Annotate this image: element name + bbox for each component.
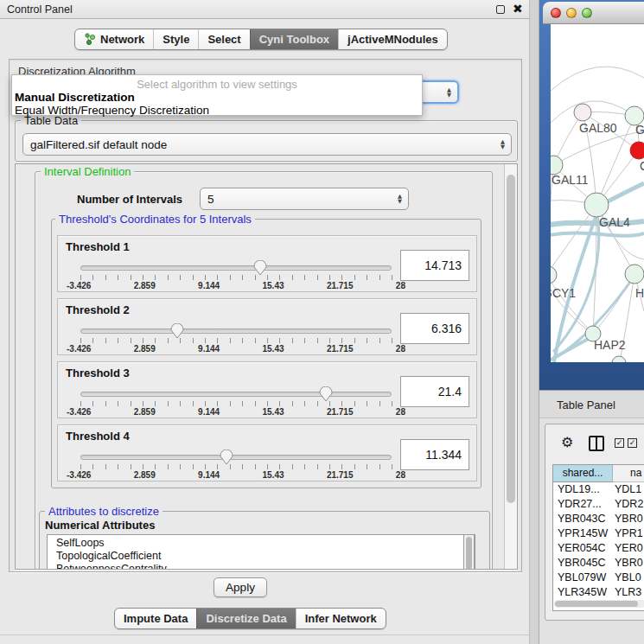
network-canvas[interactable]: GAL80 GA C GAL11 GAL4 GCY1 H HAP2 [551, 24, 644, 362]
threshold-label: Threshold 3 [66, 367, 130, 379]
attribute-item[interactable]: SelfLoops [56, 537, 475, 550]
threshold-slider[interactable] [80, 328, 392, 334]
threshold-value-field[interactable]: 14.713 [400, 250, 469, 281]
threshold-slider[interactable] [80, 455, 392, 460]
tick-label: 2.859 [134, 407, 156, 417]
slider-thumb[interactable] [253, 260, 267, 276]
apply-button[interactable]: Apply [214, 577, 267, 597]
columns-icon[interactable] [589, 436, 604, 451]
column-header-shared-name[interactable]: shared... [553, 465, 613, 482]
close-traffic-icon[interactable] [551, 8, 561, 18]
gear-icon[interactable]: ⚙ [561, 434, 573, 450]
table-body: YDL19...YDL1YDR27...YDR2YBR043CYBR0YPR14… [553, 482, 644, 603]
close-icon[interactable]: ✖ [513, 2, 523, 16]
checkbox-icon[interactable]: ✓ [615, 438, 624, 448]
cell-name[interactable]: YBR0 [613, 556, 644, 571]
cell-name[interactable]: YBR0 [613, 512, 644, 526]
attributes-group-label: Attributes to discretize [45, 505, 163, 518]
cell-name[interactable]: YPR1 [613, 526, 644, 541]
minimize-traffic-icon[interactable] [566, 8, 577, 18]
network-node [551, 156, 563, 175]
table-row[interactable]: YPR145WYPR1 [553, 526, 644, 541]
table-data-selected-value: galFiltered.sif default node [30, 138, 167, 151]
cell-name[interactable]: YBL0 [613, 571, 644, 585]
column-header-name[interactable]: na [613, 465, 644, 482]
tick-label: 15.43 [263, 407, 284, 417]
cell-shared-name[interactable]: YPR145W [553, 526, 613, 541]
tick-label: 2.859 [134, 344, 156, 354]
table-row[interactable]: YER054CYER0 [553, 541, 644, 556]
threshold-label: Threshold 1 [66, 240, 130, 253]
spinner-arrows-icon: ▲▼ [398, 194, 408, 204]
cell-shared-name[interactable]: YBL079W [553, 571, 613, 585]
attributes-list-scrollbar[interactable] [463, 534, 475, 570]
table-row[interactable]: YBR045CYBR0 [553, 556, 644, 571]
network-desktop: GAL80 GA C GAL11 GAL4 GCY1 H HAP2 [539, 0, 644, 390]
dropdown-option-manual[interactable]: Manual Discretization [15, 91, 135, 104]
table-row[interactable]: YDR27...YDR2 [553, 497, 644, 512]
cell-shared-name[interactable]: YLR345W [553, 585, 613, 600]
thresholds-group-label: Threshold's Coordinates for 5 Intervals [55, 213, 255, 226]
scrollbar-thumb[interactable] [555, 601, 638, 607]
table-header-row: shared... na [553, 465, 644, 482]
tick-label: 2.859 [134, 281, 156, 290]
table-row[interactable]: YBL079WYBL0 [553, 571, 644, 585]
cell-name[interactable]: YDL1 [613, 482, 644, 497]
tab-network[interactable]: Network [75, 29, 153, 49]
slider-thumb[interactable] [220, 450, 233, 465]
dropdown-option-equal-width[interactable]: Equal Width/Frequency Discretization [15, 104, 209, 117]
cell-shared-name[interactable]: YBR043C [553, 512, 613, 526]
threshold-slider[interactable] [80, 265, 392, 271]
threshold-value-field[interactable]: 6.316 [400, 313, 469, 344]
panel-splitter[interactable] [529, 0, 539, 644]
threshold-3-panel: Threshold 3 -3.4262.8599.14415.4321.7152… [57, 361, 477, 418]
cell-shared-name[interactable]: YDL19... [553, 482, 613, 497]
cell-name[interactable]: YLR3 [613, 585, 644, 600]
scrollbar-thumb[interactable] [507, 175, 515, 503]
tick-label: -3.426 [67, 407, 91, 417]
tab-jactivemnodules[interactable]: jActiveMNodules [338, 29, 447, 49]
tab-infer-network[interactable]: Infer Network [296, 609, 386, 628]
tab-impute-data[interactable]: Impute Data [115, 609, 196, 628]
cell-name[interactable]: YDR2 [613, 497, 644, 512]
tick-label: 2.859 [134, 470, 156, 480]
checkbox-icon[interactable]: ✓ [628, 438, 637, 448]
threshold-value-field[interactable]: 21.4 [400, 376, 469, 407]
threshold-slider[interactable] [80, 392, 392, 397]
right-region: GAL80 GA C GAL11 GAL4 GCY1 H HAP2 Table … [539, 0, 644, 644]
network-node-label: GAL11 [552, 173, 589, 187]
tab-cyni-toolbox[interactable]: Cyni Toolbox [250, 29, 338, 49]
tick-label: 28 [396, 344, 405, 354]
scrollbar-thumb[interactable] [466, 537, 472, 570]
table-panel: ⚙ ✓ ✓ shared... na YDL19...YDL1YDR27...Y… [545, 424, 644, 621]
cell-shared-name[interactable]: YBR045C [553, 556, 613, 571]
number-of-intervals-label: Number of Intervals [77, 193, 182, 206]
table-row[interactable]: YDL19...YDL1 [553, 482, 644, 497]
numerical-attributes-list[interactable]: SelfLoopsTopologicalCoefficientBetweenne… [47, 534, 475, 570]
attribute-item[interactable]: TopologicalCoefficient [56, 550, 475, 563]
table-row[interactable]: YBR043CYBR0 [553, 512, 644, 526]
network-window-titlebar[interactable] [543, 2, 644, 24]
cell-shared-name[interactable]: YDR27... [553, 497, 613, 512]
tab-style[interactable]: Style [153, 29, 198, 49]
table-data-combobox[interactable]: galFiltered.sif default node ▲▼ [22, 133, 512, 156]
tab-select[interactable]: Select [198, 29, 249, 49]
table-panel-title: Table Panel [557, 399, 615, 411]
top-tab-bar: Network Style Select Cyni Toolbox jActiv… [74, 29, 448, 50]
cell-name[interactable]: YER0 [613, 541, 644, 556]
interval-definition-group: Interval Definition Number of Intervals … [35, 171, 493, 570]
table-horizontal-scrollbar[interactable] [554, 600, 644, 608]
zoom-traffic-icon[interactable] [582, 8, 592, 18]
cell-shared-name[interactable]: YER054C [553, 541, 613, 556]
slider-thumb[interactable] [319, 386, 333, 402]
slider-thumb[interactable] [170, 323, 184, 339]
cyni-toolbox-panel: Discretization Algorithm ▲▼ Select algor… [9, 59, 522, 572]
settings-scrollbar[interactable] [504, 164, 517, 569]
table-row[interactable]: YLR345WYLR3 [553, 585, 644, 600]
attribute-item[interactable]: BetweennessCentrality [56, 563, 475, 570]
float-window-icon[interactable] [496, 5, 505, 14]
tab-discretize-data[interactable]: Discretize Data [196, 609, 295, 628]
interval-definition-label: Interval Definition [41, 165, 134, 178]
number-of-intervals-spinner[interactable]: 5 ▲▼ [200, 188, 409, 210]
threshold-value-field[interactable]: 11.344 [400, 439, 469, 470]
